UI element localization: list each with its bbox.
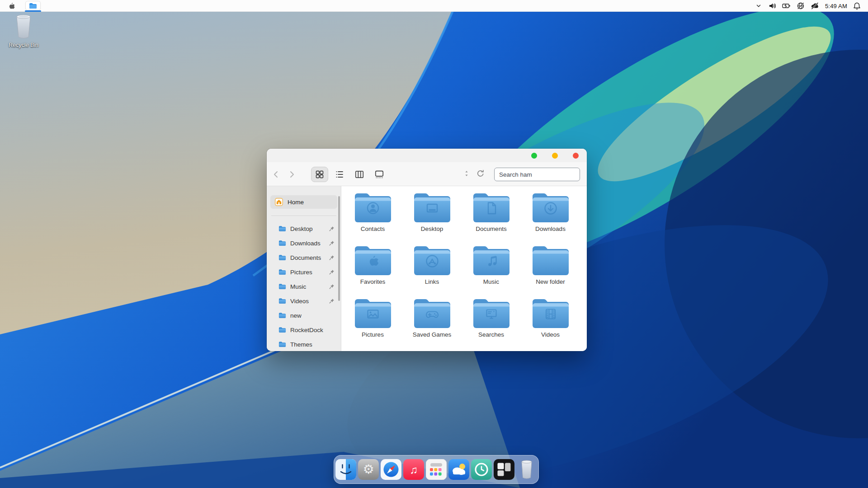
folder-icon [531,244,571,277]
sidebar-item-pictures[interactable]: Pictures [267,265,341,279]
folder-icon [278,283,286,290]
sidebar-divider [271,216,336,216]
sidebar-item-desktop[interactable]: Desktop [267,221,341,236]
folder-icon [412,192,452,224]
svg-text:♫: ♫ [410,464,418,476]
dock-item-music[interactable]: ♫ [403,459,424,480]
folder-icon [353,192,393,224]
sort-icon[interactable] [464,170,469,179]
dock-item-launchpad[interactable] [426,459,447,480]
cloud-offline-icon[interactable] [811,2,819,10]
sidebar-item-label: Videos [290,298,309,305]
folder-item-downloads[interactable]: Downloads [521,190,580,243]
folder-item-desktop[interactable]: Desktop [402,190,462,243]
folder-label: Searches [478,331,504,338]
folder-label: Favorites [360,278,386,285]
folder-label: New folder [536,278,565,285]
folder-icon [472,244,511,277]
folder-icon [278,254,286,261]
title-bar[interactable] [267,149,587,162]
sidebar-item-label: Music [290,283,306,290]
sidebar-item-videos[interactable]: Videos [267,294,341,308]
sidebar-item-label: Pictures [290,269,312,276]
folder-item-pictures[interactable]: Pictures [343,296,402,348]
dock-item-settings[interactable]: ⚙ [358,459,379,480]
folder-icon [278,298,286,304]
recycle-bin[interactable]: Recycle Bin [5,14,42,48]
folder-icon [472,192,511,224]
active-app-button[interactable] [25,1,41,10]
folder-label: Desktop [421,225,443,232]
folder-label: Documents [476,225,506,232]
bell-icon[interactable] [853,2,861,10]
menu-bar: 5:49 AM [0,0,868,12]
sidebar-item-label: Documents [290,254,321,261]
folder-item-documents[interactable]: Documents [462,190,521,243]
folder-grid: ContactsDesktopDocumentsDownloadsFavorit… [341,186,587,351]
folder-icon [353,297,393,330]
sidebar-item-music[interactable]: Music [267,279,341,294]
sidebar-item-label: Home [288,199,304,206]
sidebar-item-themes[interactable]: Themes [267,337,341,351]
view-list-button[interactable] [331,167,348,182]
sidebar-item-rocketdock[interactable]: RocketDock [267,323,341,337]
dock-item-finder[interactable] [335,459,356,480]
folder-icon [278,240,286,246]
minimize-button[interactable] [552,153,558,159]
chevron-down-icon[interactable] [755,2,762,9]
volume-icon[interactable] [768,2,776,10]
dock-item-tiles[interactable] [494,459,514,480]
sidebar-item-new[interactable]: new [267,308,341,323]
home-icon [275,198,283,206]
view-gallery-button[interactable] [371,167,388,182]
pin-icon [329,226,335,231]
folder-icon [278,327,286,333]
folder-item-searches[interactable]: Searches [462,296,521,348]
folder-item-favorites[interactable]: Favorites [343,243,402,296]
pin-icon [329,240,335,246]
battery-charging-icon[interactable] [782,2,791,10]
forward-button[interactable] [286,169,297,179]
folder-icon [29,3,37,9]
sidebar-item-documents[interactable]: Documents [267,250,341,265]
clock[interactable]: 5:49 AM [825,3,847,9]
folder-label: Links [425,278,439,285]
folder-label: Contacts [361,225,385,232]
refresh-icon[interactable] [476,169,485,179]
sidebar-item-label: RocketDock [290,327,323,333]
dock-item-trash[interactable] [516,459,537,480]
folder-label: Music [483,278,499,285]
view-columns-button[interactable] [351,167,368,182]
sidebar-item-label: Themes [290,341,312,348]
folder-item-saved-games[interactable]: Saved Games [402,296,462,348]
folder-icon [353,244,393,277]
folder-item-links[interactable]: Links [402,243,462,296]
toolbar [267,162,587,186]
sidebar-list: DesktopDownloadsDocumentsPicturesMusicVi… [267,221,341,351]
sidebar-scrollbar[interactable] [338,196,340,301]
system-tray: 5:49 AM [755,0,868,12]
dock-item-time-machine[interactable] [471,459,492,480]
maximize-button[interactable] [531,153,537,159]
folder-icon [412,297,452,330]
folder-item-music[interactable]: Music [462,243,521,296]
globe-offline-icon[interactable] [797,2,805,10]
view-grid-button[interactable] [311,167,328,182]
dock-item-safari[interactable] [381,459,401,480]
apple-menu[interactable] [8,2,15,12]
file-explorer-window: Home DesktopDownloadsDocumentsPicturesMu… [267,149,587,351]
dock-item-weather[interactable] [448,459,469,480]
search-input[interactable] [494,168,580,181]
pin-icon [329,284,335,289]
close-button[interactable] [573,153,579,159]
folder-item-contacts[interactable]: Contacts [343,190,402,243]
sidebar-item-label: new [290,312,302,319]
folder-label: Pictures [362,331,384,338]
folder-item-new-folder[interactable]: New folder [521,243,580,296]
folder-icon [278,269,286,275]
back-button[interactable] [270,169,282,179]
sidebar-item-downloads[interactable]: Downloads [267,236,341,250]
folder-item-videos[interactable]: Videos [521,296,580,348]
folder-icon [278,225,286,232]
sidebar-item-home[interactable]: Home [270,195,337,209]
